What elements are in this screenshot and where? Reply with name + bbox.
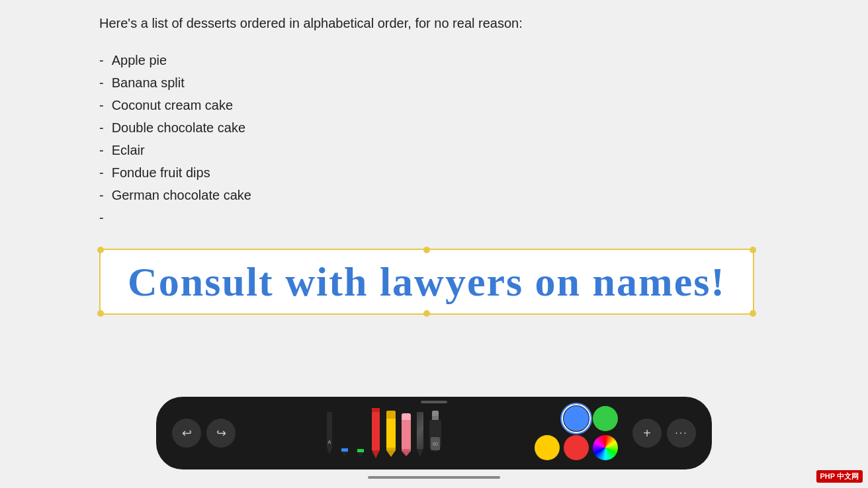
marker-pink-body — [402, 420, 411, 449]
toolbar-drag-handle[interactable] — [421, 401, 447, 403]
color-swatch-black[interactable] — [535, 406, 560, 431]
marker-yellow-tip — [386, 450, 396, 457]
color-swatch-rainbow[interactable] — [593, 435, 618, 460]
bottle-body: 80 — [429, 420, 441, 448]
crayon-red-tool[interactable] — [370, 408, 382, 458]
color-swatch-yellow[interactable] — [535, 435, 560, 460]
color-swatch-blue[interactable] — [564, 406, 589, 431]
toolbar-extra-buttons: + ··· — [632, 419, 696, 448]
marker-yellow-cap — [386, 411, 396, 419]
marker-blue-tip — [341, 452, 348, 457]
pencil-a-tip — [327, 448, 332, 454]
list-item-label: German chocolate cake — [112, 184, 251, 206]
resize-handle-tr[interactable] — [750, 247, 756, 253]
dash: - — [99, 206, 104, 229]
list-item: -Banana split — [99, 71, 769, 94]
redo-icon: ↪ — [216, 426, 226, 440]
pencil-a-body — [327, 412, 332, 448]
bottle-tool[interactable]: 80 — [428, 411, 443, 458]
redo-button[interactable]: ↪ — [206, 419, 236, 448]
main-content: Here's a list of desserts ordered in alp… — [0, 0, 868, 315]
color-section — [535, 406, 618, 460]
marker-yellow-tool[interactable] — [384, 411, 398, 458]
bottle-cap — [432, 411, 439, 416]
marker-pink-top — [402, 413, 411, 420]
dash: - — [99, 116, 104, 139]
resize-handle-br[interactable] — [750, 310, 756, 317]
bottle-label: 80 — [431, 437, 440, 450]
marker-green-tip — [357, 452, 364, 458]
resize-handle-tl[interactable] — [97, 247, 104, 253]
color-swatch-red[interactable] — [564, 435, 589, 460]
marker-pink-tool[interactable] — [400, 413, 412, 458]
scrollbar-track[interactable] — [368, 476, 500, 479]
tools-section: 80 — [241, 408, 525, 458]
more-button[interactable]: ··· — [667, 419, 696, 448]
list-item: -Fondue fruit dips — [99, 161, 769, 184]
php-watermark: PHP 中文网 — [816, 470, 863, 483]
resize-handle-tm[interactable] — [423, 247, 430, 253]
marker-pink-tip — [402, 451, 411, 456]
pen-dark-body — [417, 412, 423, 449]
color-swatch-green[interactable] — [593, 406, 618, 431]
marker-blue-tool[interactable] — [338, 409, 351, 458]
list-item: -Coconut cream cake — [99, 94, 769, 116]
list-item-label: Double chocolate cake — [112, 116, 245, 139]
list-item: -Apple pie — [99, 49, 769, 71]
list-item: -Double chocolate cake — [99, 116, 769, 139]
resize-handle-bl[interactable] — [97, 310, 104, 317]
list-item: -Eclair — [99, 139, 769, 161]
list-item: - — [99, 206, 769, 229]
toolbar: ↩ ↪ — [156, 397, 712, 469]
list-item: -German chocolate cake — [99, 184, 769, 206]
dash: - — [99, 139, 104, 161]
list-item-label: Coconut cream cake — [112, 94, 233, 116]
resize-handle-bm[interactable] — [423, 310, 430, 317]
dash: - — [99, 94, 104, 116]
add-icon: + — [643, 426, 651, 441]
undo-icon: ↩ — [182, 426, 192, 440]
dash: - — [99, 161, 104, 184]
crayon-red-tip — [372, 450, 380, 458]
dash: - — [99, 71, 104, 94]
list-item-label: Fondue fruit dips — [112, 161, 210, 184]
marker-green-body — [357, 411, 364, 449]
list-item-label: Banana split — [112, 71, 185, 94]
marker-yellow-body — [386, 419, 396, 448]
undo-button[interactable]: ↩ — [172, 419, 201, 448]
more-icon: ··· — [675, 427, 687, 439]
handwriting-text: Consult with lawyers on names! — [128, 259, 726, 305]
dash: - — [99, 49, 104, 71]
list-item-label: Eclair — [112, 139, 145, 161]
pen-dark-tool[interactable] — [415, 412, 425, 458]
pencil-a-tool[interactable] — [324, 412, 335, 458]
add-button[interactable]: + — [632, 419, 662, 448]
intro-text: Here's a list of desserts ordered in alp… — [99, 13, 769, 33]
handwriting-box[interactable]: Consult with lawyers on names! — [99, 249, 754, 315]
crayon-red-body — [372, 412, 380, 450]
marker-green-tool[interactable] — [354, 411, 367, 458]
dash: - — [99, 184, 104, 206]
list-item-label: Apple pie — [112, 49, 167, 71]
dessert-list: -Apple pie -Banana split -Coconut cream … — [99, 49, 769, 229]
marker-blue-body — [341, 409, 348, 448]
pen-dark-tip — [417, 449, 423, 457]
